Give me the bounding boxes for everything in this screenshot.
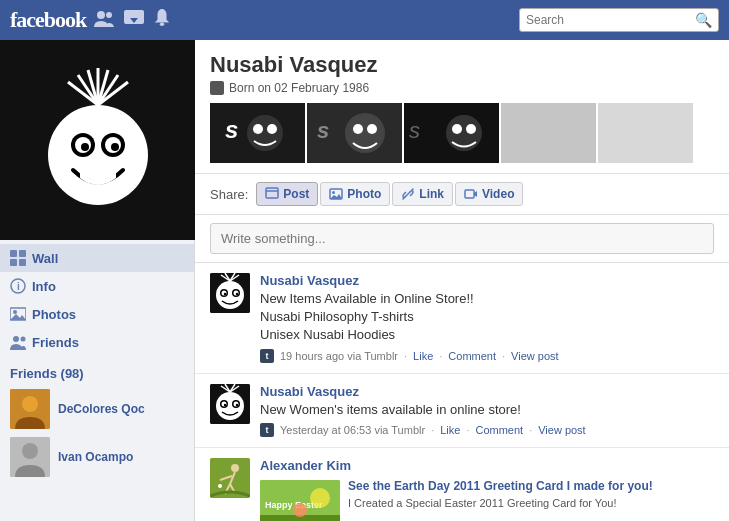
svg-point-30	[21, 337, 26, 342]
messages-icon[interactable]	[124, 10, 144, 31]
birthday-text: Born on 02 February 1986	[229, 81, 369, 95]
posts-feed: Nusabi Vasquez New Items Available in On…	[195, 263, 729, 521]
photo-thumb-2[interactable]: s	[307, 103, 402, 163]
photos-icon	[10, 306, 26, 322]
svg-marker-54	[330, 194, 342, 199]
svg-point-19	[111, 143, 119, 151]
friends-icon[interactable]	[94, 9, 114, 32]
svg-point-39	[267, 124, 277, 134]
tumblr-icon-2: t	[260, 423, 274, 437]
post-like-1[interactable]: Like	[413, 350, 433, 362]
svg-point-44	[367, 124, 377, 134]
svg-point-38	[253, 124, 263, 134]
post-author-1[interactable]: Nusabi Vasquez	[260, 273, 359, 288]
sidebar-item-wall[interactable]: Wall	[0, 244, 194, 272]
search-input[interactable]	[526, 13, 695, 27]
photo-label: Photo	[347, 187, 381, 201]
svg-point-32	[22, 396, 38, 412]
facebook-logo: facebook	[10, 7, 86, 33]
photo-thumb-3[interactable]: s	[404, 103, 499, 163]
sidebar-item-photos[interactable]: Photos	[0, 300, 194, 328]
post-body-1: Nusabi Vasquez New Items Available in On…	[260, 273, 714, 363]
notifications-icon[interactable]	[154, 9, 170, 32]
post-author-2[interactable]: Nusabi Vasquez	[260, 384, 359, 399]
write-box	[195, 215, 729, 263]
search-bar: 🔍	[519, 8, 719, 32]
sidebar-item-info[interactable]: i Info	[0, 272, 194, 300]
sidebar-navigation: Wall i Info	[0, 240, 194, 356]
svg-point-59	[216, 281, 244, 309]
svg-point-27	[13, 310, 17, 314]
svg-point-49	[466, 124, 476, 134]
svg-point-29	[13, 336, 19, 342]
post-meta-2: t Yesterday at 06:53 via Tumblr · Like ·…	[260, 423, 714, 437]
post-avatar-nusabi-2	[210, 384, 250, 424]
post-author-3[interactable]: Alexander Kim	[260, 458, 351, 473]
post-meta-1: t 19 hours ago via Tumblr · Like · Comme…	[260, 349, 714, 363]
search-button[interactable]: 🔍	[695, 12, 712, 28]
post-comment-2[interactable]: Comment	[475, 424, 523, 436]
wall-icon	[10, 250, 26, 266]
topbar-icons	[94, 9, 170, 32]
profile-main-content: Nusabi Vasquez Born on 02 February 1986 …	[195, 40, 729, 521]
sidebar-item-friends[interactable]: Friends	[0, 328, 194, 356]
profile-birthday: Born on 02 February 1986	[210, 81, 714, 95]
post-image-easter: Happy Easter	[260, 480, 340, 521]
share-video-button[interactable]: Video	[455, 182, 523, 206]
friend-item[interactable]: Ivan Ocampo	[10, 437, 184, 477]
svg-text:s: s	[409, 118, 420, 143]
post-comment-1[interactable]: Comment	[448, 350, 496, 362]
friend-item[interactable]: DeColores Qoc	[10, 389, 184, 429]
friends-header: Friends (98)	[10, 366, 184, 381]
share-post-button[interactable]: Post	[256, 182, 318, 206]
post-viewpost-2[interactable]: View post	[538, 424, 586, 436]
wall-label: Wall	[32, 251, 58, 266]
post-like-2[interactable]: Like	[440, 424, 460, 436]
svg-point-6	[48, 105, 148, 205]
svg-rect-50	[266, 188, 278, 198]
post-text-1: New Items Available in Online Store!! Nu…	[260, 290, 714, 345]
post-body-2: Nusabi Vasquez New Women's items availab…	[260, 384, 714, 437]
tumblr-icon: t	[260, 349, 274, 363]
top-navigation-bar: facebook 🔍	[0, 0, 729, 40]
info-icon: i	[10, 278, 26, 294]
svg-point-48	[452, 124, 462, 134]
svg-point-81	[236, 403, 238, 405]
profile-header: Nusabi Vasquez Born on 02 February 1986	[195, 40, 729, 103]
link-label: Link	[419, 187, 444, 201]
svg-point-71	[216, 392, 244, 420]
share-link-button[interactable]: Link	[392, 182, 453, 206]
photo-thumb-1[interactable]: s	[210, 103, 305, 163]
post-item: Nusabi Vasquez New Women's items availab…	[195, 374, 729, 448]
profile-cover-photo	[0, 40, 195, 240]
friend-avatar-ivan	[10, 437, 50, 477]
post-time-1: 19 hours ago via Tumblr	[280, 350, 398, 362]
svg-text:i: i	[17, 281, 20, 292]
write-input[interactable]	[210, 223, 714, 254]
svg-rect-21	[19, 250, 26, 257]
profile-name: Nusabi Vasquez	[210, 52, 714, 78]
friends-label: Friends	[32, 335, 79, 350]
post-item: Alexander Kim Happy Easter	[195, 448, 729, 521]
svg-point-0	[97, 11, 105, 19]
photo-thumb-5[interactable]	[598, 103, 693, 163]
post-viewpost-1[interactable]: View post	[511, 350, 559, 362]
svg-point-34	[22, 443, 38, 459]
svg-rect-56	[465, 190, 474, 198]
post-avatar-alexander	[210, 458, 250, 498]
friend-name-decolores: DeColores Qoc	[58, 402, 145, 416]
post-label: Post	[283, 187, 309, 201]
svg-point-43	[353, 124, 363, 134]
svg-point-83	[231, 464, 239, 472]
svg-point-88	[218, 484, 222, 488]
svg-rect-20	[10, 250, 17, 257]
sidebar: Wall i Info	[0, 40, 195, 521]
share-photo-button[interactable]: Photo	[320, 182, 390, 206]
svg-point-68	[224, 293, 226, 295]
svg-point-53	[332, 191, 335, 194]
info-label: Info	[32, 279, 56, 294]
post-text-3: See the Earth Day 2011 Greeting Card I m…	[348, 476, 653, 521]
post-body-3: Alexander Kim Happy Easter	[260, 458, 714, 521]
photo-thumb-4[interactable]	[501, 103, 596, 163]
svg-point-1	[106, 12, 112, 18]
